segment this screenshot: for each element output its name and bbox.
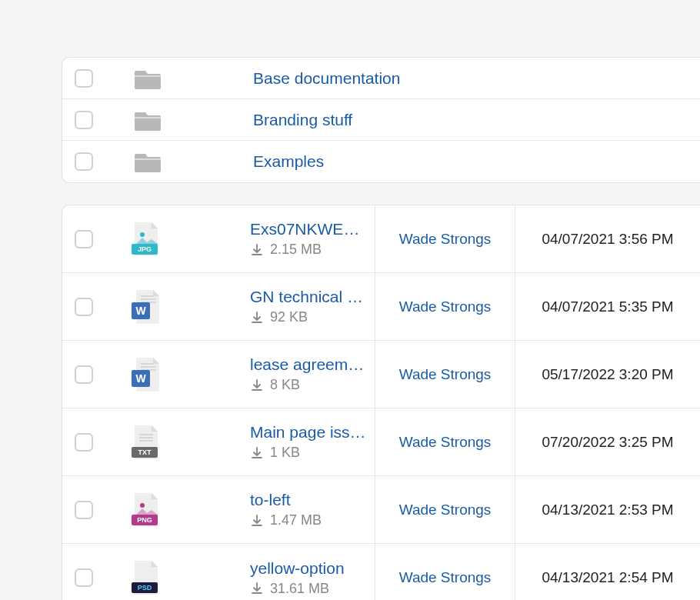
download-icon[interactable]: [250, 446, 264, 460]
checkbox-cell: [62, 476, 105, 543]
file-date: 04/07/2021 5:35 PM: [542, 298, 673, 315]
checkbox[interactable]: [75, 69, 93, 88]
download-icon[interactable]: [250, 582, 264, 595]
svg-rect-0: [135, 75, 161, 77]
owner-cell: Wade Strongs: [375, 476, 515, 543]
date-cell: 07/20/2022 3:25 PM: [515, 408, 700, 475]
file-type-badge: W: [135, 372, 146, 385]
psd-file-icon: PSD: [130, 559, 164, 596]
file-size-row: 8 KB: [250, 377, 367, 393]
file-detail-cell: GN technical project 92 KB: [188, 273, 375, 340]
owner-cell: Wade Strongs: [375, 408, 515, 475]
file-icon-cell: PNG: [105, 476, 188, 543]
file-detail-cell: Exs07NKWEAIB7k9 2.15 MB: [188, 205, 375, 272]
file-date: 04/13/2021 2:54 PM: [542, 569, 673, 586]
folder-row[interactable]: Base documentation: [62, 58, 700, 99]
word-file-icon: W: [130, 288, 164, 325]
folder-icon: [135, 151, 161, 172]
checkbox-cell: [62, 152, 105, 171]
owner-name[interactable]: Wade Strongs: [399, 231, 492, 248]
checkbox[interactable]: [75, 568, 93, 587]
file-size-row: 31.61 MB: [250, 581, 367, 597]
file-icon-cell: TXT: [105, 408, 188, 475]
folder-name[interactable]: Examples: [190, 152, 324, 171]
file-icon-cell: PSD: [105, 544, 188, 600]
jpg-file-icon: JPG: [130, 221, 164, 258]
file-row[interactable]: TXT Main page issues v4 1 KB Wade Strong…: [62, 408, 700, 476]
owner-name[interactable]: Wade Strongs: [399, 569, 492, 586]
download-icon[interactable]: [250, 514, 264, 528]
file-size: 31.61 MB: [270, 581, 329, 597]
owner-cell: Wade Strongs: [375, 341, 515, 408]
checkbox[interactable]: [75, 111, 93, 129]
file-date: 05/17/2022 3:20 PM: [542, 366, 673, 383]
file-row[interactable]: JPG Exs07NKWEAIB7k9 2.15 MB Wade Strongs…: [62, 205, 700, 273]
folder-name[interactable]: Branding stuff: [190, 111, 352, 129]
owner-name[interactable]: Wade Strongs: [399, 366, 492, 383]
file-detail-cell: yellow-option 31.61 MB: [188, 544, 375, 600]
folder-row[interactable]: Examples: [62, 141, 700, 182]
svg-point-17: [140, 503, 145, 508]
svg-point-3: [140, 232, 145, 237]
date-cell: 04/07/2021 5:35 PM: [515, 273, 700, 340]
download-icon[interactable]: [250, 243, 264, 257]
folder-icon-cell: [105, 68, 190, 89]
file-type-badge: TXT: [138, 448, 152, 456]
owner-name[interactable]: Wade Strongs: [399, 434, 492, 451]
checkbox-cell: [62, 408, 105, 475]
file-type-badge: JPG: [138, 245, 152, 253]
file-size-row: 2.15 MB: [250, 242, 367, 258]
file-size: 2.15 MB: [270, 242, 322, 258]
file-size-row: 92 KB: [250, 309, 367, 325]
file-row[interactable]: PSD yellow-option 31.61 MB Wade Strongs …: [62, 544, 700, 600]
checkbox[interactable]: [75, 230, 93, 248]
file-row[interactable]: W GN technical project 92 KB Wade Strong…: [62, 273, 700, 341]
checkbox-cell: [62, 544, 105, 600]
checkbox-cell: [62, 273, 105, 340]
file-type-badge: PSD: [138, 584, 152, 592]
file-type-badge: PNG: [137, 516, 152, 524]
file-name[interactable]: lease agreement: [250, 355, 367, 374]
checkbox[interactable]: [75, 152, 93, 171]
folders-panel: Base documentation Branding stuff Exampl…: [62, 57, 700, 183]
file-detail-cell: Main page issues v4 1 KB: [188, 408, 375, 475]
file-detail-cell: lease agreement 8 KB: [188, 341, 375, 408]
download-icon[interactable]: [250, 311, 264, 325]
file-name[interactable]: to-left: [250, 491, 367, 509]
file-name[interactable]: yellow-option: [250, 559, 367, 578]
file-name[interactable]: Exs07NKWEAIB7k9: [250, 220, 367, 238]
checkbox-cell: [62, 69, 105, 88]
owner-cell: Wade Strongs: [375, 273, 515, 340]
file-icon-cell: JPG: [105, 205, 188, 272]
checkbox[interactable]: [75, 298, 93, 316]
file-row[interactable]: PNG to-left 1.47 MB Wade Strongs 04/13/2…: [62, 476, 700, 544]
file-name[interactable]: GN technical project: [250, 288, 367, 306]
checkbox-cell: [62, 341, 105, 408]
date-cell: 04/13/2021 2:53 PM: [515, 476, 700, 543]
folder-row[interactable]: Branding stuff: [62, 99, 700, 141]
checkbox[interactable]: [75, 501, 93, 519]
checkbox-cell: [62, 205, 105, 272]
file-size-row: 1 KB: [250, 445, 367, 461]
file-size: 1 KB: [270, 445, 300, 461]
file-icon-cell: W: [105, 341, 188, 408]
file-type-badge: W: [135, 305, 146, 317]
file-icon-cell: W: [105, 273, 188, 340]
owner-cell: Wade Strongs: [375, 544, 515, 600]
file-size: 1.47 MB: [270, 512, 322, 528]
owner-name[interactable]: Wade Strongs: [399, 502, 492, 518]
folder-name[interactable]: Base documentation: [190, 69, 400, 88]
word-file-icon: W: [130, 356, 164, 393]
file-size: 8 KB: [270, 377, 300, 393]
file-row[interactable]: W lease agreement 8 KB Wade Strongs 05/1…: [62, 341, 700, 408]
owner-cell: Wade Strongs: [375, 205, 515, 272]
file-name[interactable]: Main page issues v4: [250, 423, 367, 442]
checkbox[interactable]: [75, 365, 93, 384]
checkbox[interactable]: [75, 433, 93, 452]
svg-rect-2: [135, 158, 161, 160]
download-icon[interactable]: [250, 378, 264, 392]
folder-icon: [135, 109, 161, 131]
file-date: 04/13/2021 2:53 PM: [542, 502, 673, 518]
file-detail-cell: to-left 1.47 MB: [188, 476, 375, 543]
owner-name[interactable]: Wade Strongs: [399, 298, 492, 315]
